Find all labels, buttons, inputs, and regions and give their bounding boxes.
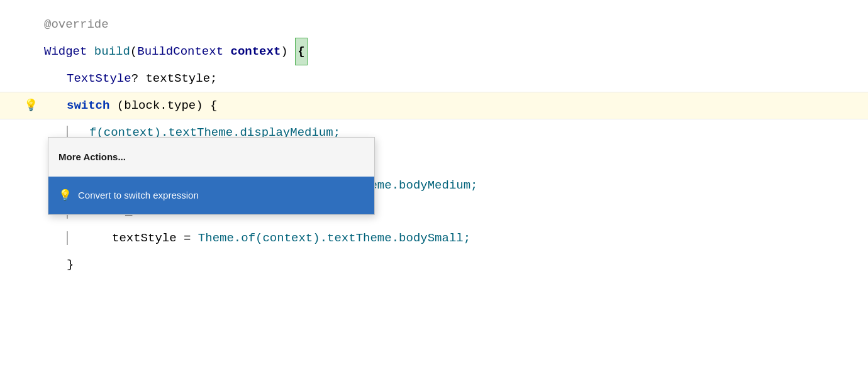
convert-switch-expression-item[interactable]: 💡 Convert to switch expression bbox=[48, 177, 374, 214]
code-token: @override bbox=[44, 11, 109, 38]
convert-switch-expression-label: Convert to switch expression bbox=[78, 182, 199, 209]
code-token: Theme.of(context).textTheme.bodySmall; bbox=[198, 225, 470, 251]
code-content-10: } bbox=[44, 251, 849, 278]
code-content-9: textStyle = Theme.of(context).textTheme.… bbox=[44, 225, 849, 251]
code-line-1: @override bbox=[0, 11, 868, 38]
code-line-3: TextStyle ? textStyle; bbox=[0, 65, 868, 92]
code-token: Widget bbox=[44, 38, 87, 65]
code-content-3: TextStyle ? textStyle; bbox=[44, 65, 849, 92]
code-token: textStyle = bbox=[112, 225, 198, 251]
code-token-brace: { bbox=[295, 38, 307, 65]
code-token: } bbox=[67, 251, 74, 278]
code-line-10: } bbox=[0, 251, 868, 278]
code-area: @override Widget build ( BuildContext co… bbox=[0, 0, 868, 367]
more-actions-item[interactable]: More Actions... bbox=[48, 138, 374, 177]
code-line-2: Widget build ( BuildContext context ) { bbox=[0, 38, 868, 65]
indent-line bbox=[67, 231, 68, 245]
code-content-4: switch (block.type) { bbox=[44, 92, 849, 119]
code-line-4: 💡 switch (block.type) { bbox=[0, 92, 868, 119]
code-token: ( bbox=[130, 38, 137, 65]
code-content-1: @override bbox=[44, 11, 849, 38]
editor-container: @override Widget build ( BuildContext co… bbox=[0, 0, 868, 367]
code-content-2: Widget build ( BuildContext context ) { bbox=[44, 38, 849, 65]
code-token: (block.type) { bbox=[109, 92, 217, 119]
code-token: BuildContext bbox=[137, 38, 223, 65]
code-token bbox=[223, 38, 230, 65]
code-token: TextStyle bbox=[67, 65, 131, 92]
code-keyword-switch: switch bbox=[67, 92, 109, 119]
code-token bbox=[87, 38, 94, 65]
code-token: ) bbox=[281, 38, 295, 65]
bulb-icon[interactable]: 💡 bbox=[24, 92, 38, 119]
more-actions-label: More Actions... bbox=[58, 151, 126, 162]
code-token: ? textStyle; bbox=[131, 65, 218, 92]
code-token: context bbox=[230, 38, 281, 65]
code-token: build bbox=[94, 38, 130, 65]
line-gutter-4: 💡 bbox=[19, 92, 44, 119]
context-menu-dropdown: More Actions... 💡 Convert to switch expr… bbox=[48, 137, 375, 215]
bulb-icon-dropdown: 💡 bbox=[58, 182, 72, 209]
code-line-9: textStyle = Theme.of(context).textTheme.… bbox=[0, 225, 868, 251]
